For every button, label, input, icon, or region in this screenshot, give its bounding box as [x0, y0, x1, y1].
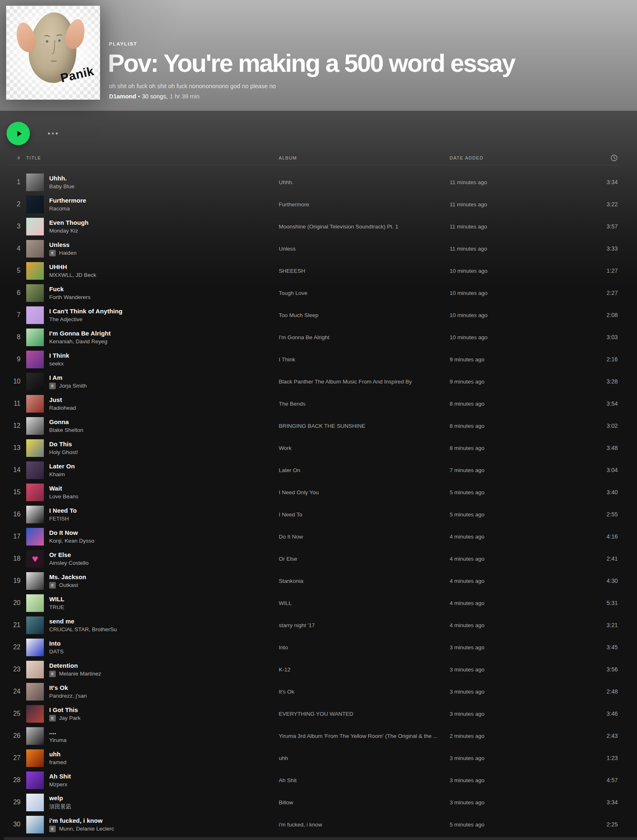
track-artists[interactable]: DATS — [49, 648, 64, 655]
track-artists[interactable]: FETISH — [49, 516, 69, 522]
track-artists[interactable]: Kenaniah, David Reyeg — [49, 338, 107, 345]
track-row[interactable]: 18 ♥ Or Else Ainsley Costello Or Else 4 … — [8, 548, 619, 570]
track-album[interactable]: Furthermore — [279, 201, 450, 208]
track-album[interactable]: It's Ok — [279, 689, 450, 695]
track-row[interactable]: 8 I'm Gonna Be Alright Kenaniah, David R… — [8, 326, 619, 348]
track-row[interactable]: 27 uhh framed uhh 3 minutes ago 1:23 — [8, 747, 619, 769]
track-artists[interactable]: Pandrezz, j'san — [49, 693, 87, 699]
track-artists[interactable]: Love Beans — [49, 493, 78, 500]
track-artists[interactable]: Haiden — [59, 250, 77, 256]
track-row[interactable]: 29 welp 須田景凪 Billow 3 minutes ago 3:34 — [8, 791, 619, 813]
owner-link[interactable]: D1amond — [109, 93, 136, 100]
track-album[interactable]: Work — [279, 445, 450, 451]
track-album[interactable]: I Need To — [279, 511, 450, 518]
track-row[interactable]: 15 Wait Love Beans I Need Only You 5 min… — [8, 481, 619, 503]
play-button[interactable] — [7, 122, 30, 145]
track-artists[interactable]: Munn, Delanie Leclerc — [59, 826, 114, 832]
more-options-button[interactable] — [46, 130, 60, 137]
track-album[interactable]: Yiruma 3rd Album 'From The Yellow Room' … — [279, 733, 450, 739]
track-row[interactable]: 26 .... Yiruma Yiruma 3rd Album 'From Th… — [8, 725, 619, 747]
track-row[interactable]: 20 WILL TRUE WILL 4 minutes ago 5:31 — [8, 592, 619, 614]
track-artists[interactable]: The Adjective — [49, 316, 82, 322]
track-row[interactable]: 10 I Am E Jorja Smith Black Panther The … — [8, 370, 619, 393]
track-album[interactable]: EVERYTHING YOU WANTED — [279, 711, 450, 717]
track-artists[interactable]: seekx — [49, 361, 64, 367]
track-album[interactable]: uhh — [279, 755, 450, 761]
track-row[interactable]: 11 Just Radiohead The Bends 8 minutes ag… — [8, 393, 619, 415]
track-row[interactable]: 28 Ah Shit Mzperx Ah Shit 3 minutes ago … — [8, 769, 619, 791]
track-album[interactable]: The Bends — [279, 401, 450, 407]
track-list: 1 Uhhh. Baby Blue Uhhh. 11 minutes ago 3… — [8, 171, 619, 835]
track-album[interactable]: SHEEESH — [279, 268, 450, 274]
track-row[interactable]: 16 I Need To FETISH I Need To 5 minutes … — [8, 503, 619, 525]
track-album[interactable]: WILL — [279, 600, 450, 606]
track-duration: 3:57 — [564, 223, 619, 230]
track-row[interactable]: 21 send me CRUCiAL STAR, BrotherSu starr… — [8, 614, 619, 636]
track-number: 2 — [8, 201, 26, 208]
track-artists[interactable]: Baby Blue — [49, 183, 75, 189]
track-row[interactable]: 2 Furthermore Racoma Furthermore 11 minu… — [8, 193, 619, 215]
track-artists[interactable]: Holy Ghost! — [49, 449, 78, 455]
track-album[interactable]: K-12 — [279, 667, 450, 673]
track-row[interactable]: 3 Even Though Monday Kiz Moonshine (Orig… — [8, 215, 619, 237]
track-album[interactable]: Uhhh. — [279, 179, 450, 185]
track-album[interactable]: Ah Shit — [279, 777, 450, 783]
track-artists[interactable]: Radiohead — [49, 405, 76, 411]
track-album[interactable]: i'm fucked, i know — [279, 822, 450, 828]
track-row[interactable]: 12 Gonna Blake Shelton BRINGING BACK THE… — [8, 415, 619, 437]
track-artists[interactable]: Khaim — [49, 471, 65, 477]
track-album[interactable]: Moonshine (Original Television Soundtrac… — [279, 224, 450, 230]
track-row[interactable]: 25 I Got This E Jay Park EVERYTHING YOU … — [8, 703, 619, 725]
track-album[interactable]: I'm Gonna Be Alright — [279, 334, 450, 340]
track-artists[interactable]: Racoma — [49, 205, 70, 212]
track-row[interactable]: 23 Detention E Melanie Martinez K-12 3 m… — [8, 658, 619, 680]
track-row[interactable]: 7 I Can't Think of Anything The Adjectiv… — [8, 304, 619, 326]
track-number: 25 — [8, 710, 26, 717]
track-row[interactable]: 24 It's Ok Pandrezz, j'san It's Ok 3 min… — [8, 680, 619, 703]
track-artists[interactable]: Forth Wanderers — [49, 294, 91, 300]
track-artists[interactable]: framed — [49, 759, 66, 765]
playlist-cover-art[interactable]: Panik — [6, 6, 100, 100]
track-album[interactable]: Billow — [279, 799, 450, 806]
track-artists[interactable]: Melanie Martinez — [59, 671, 101, 677]
track-title: Gonna — [49, 418, 83, 425]
track-album[interactable]: Do It Now — [279, 534, 450, 540]
album-art-thumbnail — [26, 506, 44, 523]
track-row[interactable]: 13 Do This Holy Ghost! Work 8 minutes ag… — [8, 437, 619, 459]
track-row[interactable]: 4 Unless E Haiden Unless 11 minutes ago … — [8, 237, 619, 260]
track-row[interactable]: 5 UHHH MXXWLL, JD Beck SHEEESH 10 minute… — [8, 260, 619, 282]
track-artists[interactable]: Monday Kiz — [49, 228, 78, 234]
track-artists[interactable]: Blake Shelton — [49, 427, 83, 433]
track-row[interactable]: 6 Fuck Forth Wanderers Tough Love 10 min… — [8, 282, 619, 304]
track-artists[interactable]: Outkast — [59, 582, 78, 588]
track-artists[interactable]: Jay Park — [59, 715, 81, 721]
track-album[interactable]: Later On — [279, 467, 450, 473]
track-artists[interactable]: Konji, Kean Dysso — [49, 538, 94, 544]
track-artists[interactable]: Jorja Smith — [59, 383, 87, 389]
track-artists[interactable]: TRUE — [49, 604, 64, 610]
track-artists[interactable]: CRUCiAL STAR, BrotherSu — [49, 626, 117, 632]
track-artists[interactable]: Yiruma — [49, 737, 66, 743]
track-row[interactable]: 9 I Think seekx I Think 9 minutes ago 2:… — [8, 348, 619, 370]
track-album[interactable]: I Think — [279, 356, 450, 363]
track-row[interactable]: 19 Ms. Jackson E Outkast Stankonia 4 min… — [8, 570, 619, 592]
track-row[interactable]: 14 Later On Khaim Later On 7 minutes ago… — [8, 459, 619, 481]
track-album[interactable]: Stankonia — [279, 578, 450, 584]
track-row[interactable]: 22 Into DATS Into 3 minutes ago 3:45 — [8, 636, 619, 658]
track-row[interactable]: 1 Uhhh. Baby Blue Uhhh. 11 minutes ago 3… — [8, 171, 619, 193]
track-album[interactable]: Black Panther The Album Music From And I… — [279, 379, 450, 385]
track-row[interactable]: 17 Do It Now Konji, Kean Dysso Do It Now… — [8, 525, 619, 548]
track-album[interactable]: Into — [279, 644, 450, 651]
track-album[interactable]: starry night '17 — [279, 622, 450, 628]
track-artists[interactable]: Mzperx — [49, 781, 67, 788]
track-album[interactable]: Unless — [279, 246, 450, 252]
track-album[interactable]: Too Much Sleep — [279, 312, 450, 318]
track-album[interactable]: Or Else — [279, 556, 450, 562]
track-album[interactable]: Tough Love — [279, 290, 450, 296]
track-row[interactable]: 30 i'm fucked, i know E Munn, Delanie Le… — [8, 813, 619, 835]
track-artists[interactable]: MXXWLL, JD Beck — [49, 272, 96, 278]
track-album[interactable]: I Need Only You — [279, 489, 450, 495]
track-artists[interactable]: 須田景凪 — [49, 803, 71, 810]
track-artists[interactable]: Ainsley Costello — [49, 560, 89, 566]
track-album[interactable]: BRINGING BACK THE SUNSHINE — [279, 423, 450, 429]
